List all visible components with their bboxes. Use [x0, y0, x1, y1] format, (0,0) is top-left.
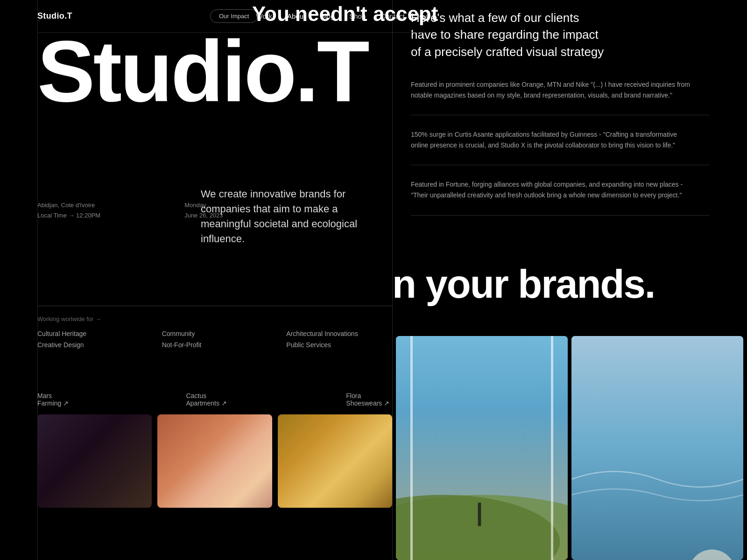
left-divider [37, 0, 38, 560]
svg-rect-3 [478, 503, 481, 526]
testimonials-list: Featured in prominent companies like Ora… [392, 65, 728, 216]
industry-cultural-heritage: Cultural Heritage [37, 330, 143, 337]
studio-title: Studio.T [37, 33, 392, 111]
time-label: Local Time → [37, 212, 74, 219]
hero-title: Studio.T [37, 33, 392, 111]
testimonial-item-3: Featured in Fortune, forging alliances w… [411, 165, 710, 215]
project-cards [37, 414, 392, 508]
industry-community: Community [162, 330, 268, 337]
industry-nonprofit: Not-For-Profit [162, 341, 268, 349]
impact-pill[interactable]: Our Impact [210, 9, 258, 23]
location: Abidjan, Cote d'Ivoire [37, 201, 100, 210]
testimonial-text-2: 150% surge in Curtis Asante applications… [411, 129, 691, 151]
photo-grid [392, 336, 747, 560]
industry-creative: Creative Design [37, 341, 143, 349]
panel-divider [392, 0, 393, 560]
location-block: Abidjan, Cote d'Ivoire Local Time → 12:2… [37, 201, 100, 220]
worldwide-section: Working worlwide for → Cultural Heritage… [37, 306, 392, 349]
testimonial-item-1: Featured in prominent companies like Ora… [411, 65, 710, 115]
landscape-svg [396, 336, 568, 560]
project-card-mars[interactable] [37, 414, 152, 508]
industry-public-services: Public Services [286, 341, 392, 349]
photo-landscape [396, 336, 568, 560]
worldwide-label: Working worlwide for → [37, 315, 392, 322]
testimonials-headline: Here's what a few of our clients have to… [411, 9, 607, 60]
photo-ocean [571, 336, 743, 560]
testimonial-text-3: Featured in Fortune, forging alliances w… [411, 179, 691, 201]
scrolling-headline: You needn't accept [252, 2, 438, 26]
industry-grid: Cultural Heritage Community Architectura… [37, 330, 392, 349]
worldwide-text: Working worlwide for → [37, 315, 101, 322]
time-value: 12:20PM [76, 212, 100, 219]
large-tagline: n your brands. [392, 261, 655, 307]
project-card-cactus[interactable] [157, 414, 272, 508]
project-card-flora[interactable] [278, 414, 392, 508]
project-label-mars[interactable]: Mars Farming ↗ [37, 392, 74, 407]
ocean-svg [571, 336, 743, 560]
industry-architectural: Architectural Innovations [286, 330, 392, 337]
testimonial-item-2: 150% surge in Curtis Asante applications… [411, 115, 710, 165]
svg-rect-5 [571, 336, 743, 560]
project-label-cactus[interactable]: Cactus Apartments ↗ [186, 392, 234, 407]
local-time: Local Time → 12:20PM [37, 211, 100, 220]
testimonial-text-1: Featured in prominent companies like Ora… [411, 79, 691, 101]
meta-info: Abidjan, Cote d'Ivoire Local Time → 12:2… [37, 201, 223, 220]
projects-section: Mars Farming ↗ Cactus Apartments ↗ Flora… [37, 392, 392, 508]
tagline: We create innovative brands for companie… [201, 187, 383, 246]
testimonials-header: Here's what a few of our clients have to… [392, 0, 728, 70]
projects-header: Mars Farming ↗ Cactus Apartments ↗ Flora… [37, 392, 392, 407]
logo[interactable]: Studio.T [37, 11, 72, 21]
project-label-flora[interactable]: Flora Shoeswears ↗ [346, 392, 392, 407]
